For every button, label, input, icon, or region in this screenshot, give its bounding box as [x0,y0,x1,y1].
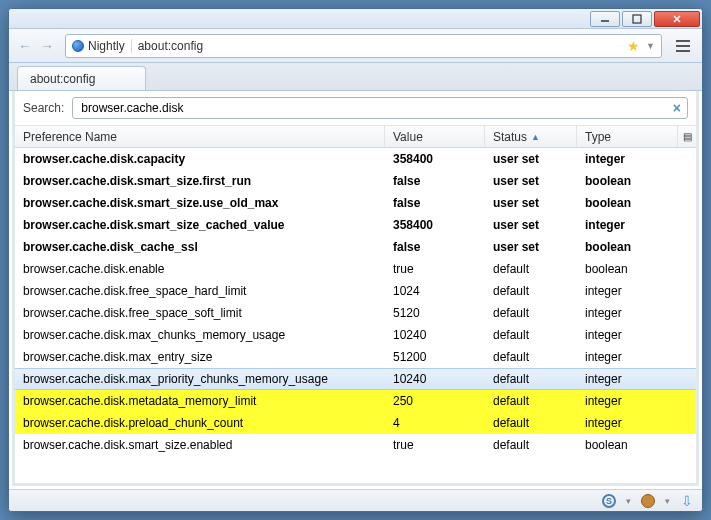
cell-value: 51200 [385,350,485,364]
cell-type: integer [577,152,696,166]
tab-about-config[interactable]: about:config [17,66,146,90]
cell-type: integer [577,218,696,232]
table-row[interactable]: browser.cache.disk.smart_size.use_old_ma… [15,192,696,214]
cell-type: boolean [577,174,696,188]
svg-rect-1 [633,15,641,23]
table-header: Preference Name Value Status▲ Type ▤ [15,126,696,148]
cell-status: default [485,306,577,320]
cell-value: 250 [385,394,485,408]
table-row[interactable]: browser.cache.disk.max_entry_size51200de… [15,346,696,368]
cell-name: browser.cache.disk.smart_size.first_run [15,174,385,188]
cell-status: default [485,328,577,342]
search-box: × [72,97,688,119]
cell-value: false [385,240,485,254]
minimize-button[interactable] [590,11,620,27]
cell-name: browser.cache.disk.preload_chunk_count [15,416,385,430]
column-header-type[interactable]: Type [577,126,678,147]
column-header-value[interactable]: Value [385,126,485,147]
column-picker-button[interactable]: ▤ [678,126,696,147]
cell-status: default [485,262,577,276]
cell-status: default [485,372,577,386]
table-row[interactable]: browser.cache.disk.max_priority_chunks_m… [15,368,696,390]
forward-button[interactable]: → [37,36,57,56]
greasemonkey-dropdown-icon[interactable]: ▾ [665,496,670,506]
back-button[interactable]: ← [15,36,35,56]
cell-name: browser.cache.disk.max_chunks_memory_usa… [15,328,385,342]
cell-status: user set [485,240,577,254]
cell-name: browser.cache.disk.capacity [15,152,385,166]
addon-bar: S ▾ ▾ ⇩ [9,489,702,511]
cell-name: browser.cache.disk.metadata_memory_limit [15,394,385,408]
table-row[interactable]: browser.cache.disk.max_chunks_memory_usa… [15,324,696,346]
search-input[interactable] [79,100,672,116]
cell-value: 358400 [385,152,485,166]
app-menu-button[interactable] [670,35,696,57]
column-header-status[interactable]: Status▲ [485,126,577,147]
cell-status: default [485,416,577,430]
cell-type: integer [577,416,696,430]
table-row[interactable]: browser.cache.disk_cache_sslfalseuser se… [15,236,696,258]
url-dropdown-icon[interactable]: ▼ [646,41,655,51]
downloads-icon[interactable]: ⇩ [680,494,694,508]
cell-status: user set [485,218,577,232]
column-header-name[interactable]: Preference Name [15,126,385,147]
table-row[interactable]: browser.cache.disk.smart_size_cached_val… [15,214,696,236]
cell-value: true [385,438,485,452]
table-row[interactable]: browser.cache.disk.smart_size.enabledtru… [15,434,696,456]
maximize-button[interactable] [622,11,652,27]
navigation-toolbar: ← → Nightly about:config ★ ▼ [9,29,702,63]
stylish-icon[interactable]: S [602,494,616,508]
cell-value: 358400 [385,218,485,232]
stylish-dropdown-icon[interactable]: ▾ [626,496,631,506]
cell-value: false [385,174,485,188]
cell-name: browser.cache.disk.enable [15,262,385,276]
cell-type: integer [577,328,696,342]
search-label: Search: [23,101,64,115]
cell-type: boolean [577,196,696,210]
cell-name: browser.cache.disk.free_space_hard_limit [15,284,385,298]
cell-type: boolean [577,262,696,276]
table-row[interactable]: browser.cache.disk.metadata_memory_limit… [15,390,696,412]
tab-bar: about:config [9,63,702,91]
cell-type: integer [577,284,696,298]
cell-name: browser.cache.disk.smart_size.enabled [15,438,385,452]
cell-type: integer [577,350,696,364]
table-row[interactable]: browser.cache.disk.free_space_soft_limit… [15,302,696,324]
cell-name: browser.cache.disk.free_space_soft_limit [15,306,385,320]
table-row[interactable]: browser.cache.disk.free_space_hard_limit… [15,280,696,302]
search-row: Search: × [15,91,696,126]
preferences-list: browser.cache.disk.capacity358400user se… [15,148,696,483]
table-row[interactable]: browser.cache.disk.smart_size.first_runf… [15,170,696,192]
clear-search-icon[interactable]: × [673,100,681,116]
cell-value: 5120 [385,306,485,320]
cell-status: default [485,438,577,452]
titlebar [9,9,702,29]
cell-value: 10240 [385,328,485,342]
cell-type: integer [577,394,696,408]
cell-status: default [485,284,577,298]
cell-value: 10240 [385,372,485,386]
cell-type: boolean [577,438,696,452]
table-row[interactable]: browser.cache.disk.enabletruedefaultbool… [15,258,696,280]
table-row[interactable]: browser.cache.disk.capacity358400user se… [15,148,696,170]
cell-type: integer [577,372,696,386]
cell-status: user set [485,152,577,166]
about-config-content: Search: × Preference Name Value Status▲ … [12,91,699,486]
bookmark-star-icon[interactable]: ★ [627,38,640,54]
url-bar[interactable]: Nightly about:config ★ ▼ [65,34,662,58]
cell-name: browser.cache.disk.max_priority_chunks_m… [15,372,385,386]
cell-name: browser.cache.disk.max_entry_size [15,350,385,364]
close-button[interactable] [654,11,700,27]
cell-name: browser.cache.disk.smart_size_cached_val… [15,218,385,232]
cell-value: 4 [385,416,485,430]
cell-status: default [485,394,577,408]
url-text: about:config [138,39,621,53]
tab-label: about:config [30,72,95,86]
cell-name: browser.cache.disk.smart_size.use_old_ma… [15,196,385,210]
table-row[interactable]: browser.cache.disk.preload_chunk_count4d… [15,412,696,434]
identity-box[interactable]: Nightly [72,39,132,53]
globe-icon [72,40,84,52]
cell-value: true [385,262,485,276]
cell-value: false [385,196,485,210]
greasemonkey-icon[interactable] [641,494,655,508]
